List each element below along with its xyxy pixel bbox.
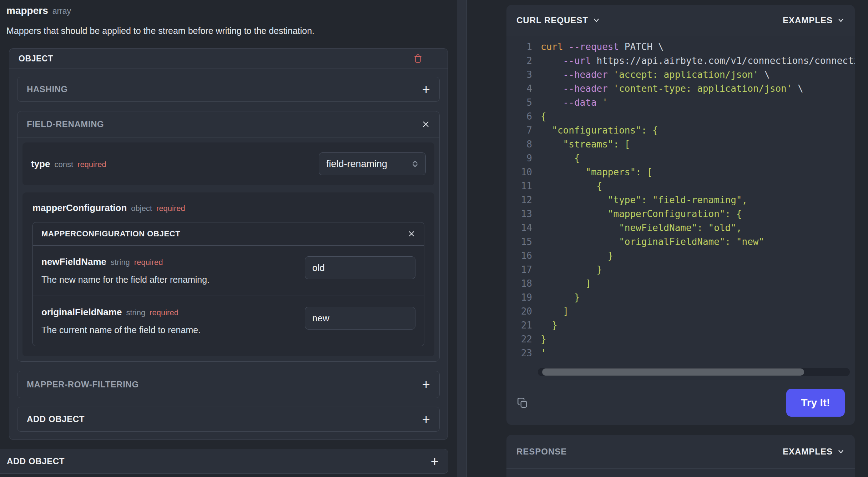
mapper-configuration-panel: mapperConfiguration object required MAPP…	[22, 192, 434, 356]
field-renaming-label: FIELD-RENAMING	[27, 119, 104, 129]
code-line: 21 }	[506, 318, 855, 332]
required-badge: required	[134, 258, 163, 267]
type-select-value: field-renaming	[326, 159, 387, 170]
response-title: RESPONSE	[516, 447, 567, 457]
code-line: 6{	[506, 110, 855, 124]
code-editor[interactable]: 1curl --request PATCH \2 --url https://a…	[506, 36, 855, 380]
property-kind: string	[126, 308, 145, 317]
curl-request-card: CURL REQUEST EXAMPLES 1curl --request PA…	[506, 5, 855, 425]
code-line: 15 "originalFieldName": "new"	[506, 235, 855, 249]
close-icon[interactable]	[408, 230, 415, 238]
field-info: originalFieldName string required The cu…	[41, 307, 201, 335]
code-line: 3 --header 'accept: application/json' \	[506, 68, 855, 82]
add-object-label: ADD OBJECT	[7, 456, 65, 466]
code-line: 18 ]	[506, 277, 855, 291]
chevron-down-icon	[592, 16, 600, 24]
select-stepper-icon	[410, 159, 420, 169]
column-scrollbar-gutter[interactable]	[457, 0, 467, 477]
property-kind: string	[111, 258, 130, 267]
code-line: 14 "newFieldName": "old",	[506, 221, 855, 235]
response-examples-dropdown[interactable]: EXAMPLES	[783, 447, 845, 457]
outer-add-object-button[interactable]: ADD OBJECT +	[0, 449, 448, 474]
code-line: 17 }	[506, 263, 855, 277]
expand-icon[interactable]: +	[422, 378, 430, 391]
examples-label: EXAMPLES	[783, 15, 833, 25]
property-kind: object	[131, 204, 152, 213]
required-badge: required	[150, 308, 178, 317]
field-name: mappers	[6, 5, 48, 16]
code-line: 20 ]	[506, 305, 855, 318]
type-select[interactable]: field-renaming	[319, 152, 426, 175]
code-line: 8 "streams": [	[506, 137, 855, 151]
property-kind: const	[54, 160, 73, 169]
code-line: 5 --data '	[506, 96, 855, 110]
add-object-label: ADD OBJECT	[27, 414, 85, 424]
field-renaming-header[interactable]: FIELD-RENAMING	[17, 111, 439, 137]
code-line: 10 "mappers": [	[506, 165, 855, 179]
field-type-badge: array	[52, 6, 71, 16]
curl-request-header: CURL REQUEST EXAMPLES	[506, 5, 855, 36]
newfieldname-input[interactable]: old	[305, 256, 415, 279]
type-field-labels: type const required	[31, 159, 106, 170]
object-panel-actions	[413, 53, 438, 64]
property-description: The current name of the field to rename.	[41, 325, 201, 335]
field-description: Mappers that should be applied to the st…	[6, 26, 448, 36]
close-icon[interactable]	[422, 120, 430, 129]
expand-icon[interactable]: +	[422, 82, 430, 96]
field-renaming-section: FIELD-RENAMING type const r	[17, 111, 440, 362]
schema-field-row: originalFieldName string required The cu…	[33, 296, 424, 346]
object-panel: OBJECT HASHING +	[9, 48, 448, 440]
code-line: 9 {	[506, 151, 855, 165]
originalfieldname-input[interactable]: new	[305, 307, 415, 330]
copy-icon[interactable]	[516, 397, 529, 409]
property-name: originalFieldName	[41, 307, 122, 318]
try-it-button[interactable]: Try It!	[786, 389, 845, 417]
request-examples-dropdown[interactable]: EXAMPLES	[783, 15, 845, 25]
code-line: 13 "mapperConfiguration": {	[506, 207, 855, 221]
curl-request-title: CURL REQUEST	[516, 15, 588, 25]
code-lines: 1curl --request PATCH \2 --url https://a…	[506, 36, 855, 360]
chevron-down-icon	[837, 16, 845, 24]
code-line: 16 }	[506, 249, 855, 263]
schema-column: mappers array Mappers that should be app…	[6, 5, 448, 440]
object-panel-title: OBJECT	[19, 54, 53, 64]
property-description: The new name for the field after renamin…	[41, 275, 210, 285]
mapperconfiguration-object-header: MAPPERCONFIGURATION OBJECT	[33, 222, 424, 246]
type-field-row: type const required field-renaming	[22, 142, 434, 185]
field-renaming-body: type const required field-renaming	[22, 142, 434, 356]
request-card-footer: Try It!	[506, 380, 855, 425]
code-line: 4 --header 'content-type: application/js…	[506, 82, 855, 96]
field-heading: mappers array	[6, 5, 448, 16]
hashing-section-header[interactable]: HASHING +	[17, 77, 440, 102]
plus-icon: +	[431, 455, 439, 468]
code-line: 7 "configurations": {	[506, 124, 855, 137]
add-object-button[interactable]: ADD OBJECT +	[17, 407, 440, 432]
mapper-row-filtering-section-header[interactable]: MAPPER-ROW-FILTERING +	[17, 371, 440, 398]
trash-icon[interactable]	[413, 53, 423, 64]
code-line: 11 {	[506, 179, 855, 193]
response-card: RESPONSE EXAMPLES	[506, 435, 855, 477]
field-info: newFieldName string required The new nam…	[41, 256, 210, 285]
property-name: newFieldName	[41, 256, 106, 267]
code-line: 1curl --request PATCH \	[506, 40, 855, 54]
horizontal-scrollbar-track[interactable]	[538, 368, 850, 376]
code-line: 23'	[506, 346, 855, 360]
plus-icon: +	[422, 412, 430, 426]
response-header: RESPONSE EXAMPLES	[506, 435, 855, 469]
api-reference-page: mappers array Mappers that should be app…	[0, 0, 868, 477]
property-name: type	[31, 159, 50, 170]
request-language-dropdown[interactable]: CURL REQUEST	[516, 15, 600, 25]
column-divider	[490, 0, 490, 477]
mapperconfiguration-object-box: MAPPERCONFIGURATION OBJECT	[32, 222, 424, 346]
object-panel-body: HASHING + FIELD-RENAMING	[9, 69, 448, 440]
schema-field-row: newFieldName string required The new nam…	[33, 246, 424, 296]
mapper-row-filtering-label: MAPPER-ROW-FILTERING	[27, 380, 139, 390]
required-badge: required	[156, 204, 185, 213]
required-badge: required	[77, 160, 106, 169]
code-line: 12 "type": "field-renaming",	[506, 193, 855, 207]
horizontal-scrollbar-thumb[interactable]	[542, 368, 804, 376]
object-panel-header: OBJECT	[9, 49, 448, 69]
hashing-label: HASHING	[27, 84, 68, 94]
code-line: 22}	[506, 332, 855, 346]
code-line: 2 --url https://api.airbyte.com/v1/conne…	[506, 54, 855, 68]
